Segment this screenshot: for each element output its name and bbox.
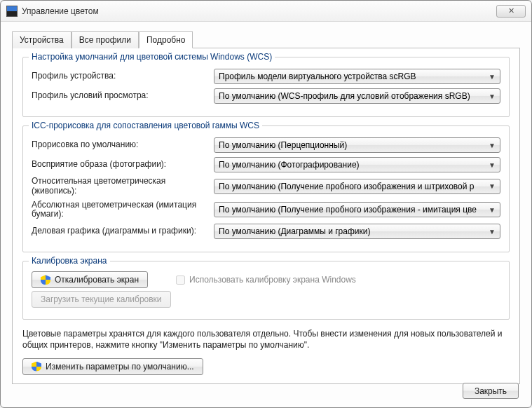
tab-strip: Устройства Все профили Подробно	[12, 30, 520, 48]
calibrate-display-label: Откалибровать экран	[55, 275, 139, 285]
chevron-down-icon: ▼	[484, 93, 496, 100]
chevron-down-icon: ▼	[484, 142, 496, 149]
close-button[interactable]: Закрыть	[463, 383, 519, 399]
shield-icon	[41, 275, 50, 285]
relcol-value: По умолчанию (Получение пробного изображ…	[219, 182, 484, 191]
device-profile-value: Профиль модели виртуального устройства s…	[219, 72, 484, 81]
viewing-profile-dropdown[interactable]: По умолчанию (WCS-профиль для условий от…	[214, 88, 500, 104]
relcol-label: Относительная цветометрическая (живопись…	[32, 177, 207, 196]
change-defaults-label: Изменить параметры по умолчанию...	[46, 362, 194, 372]
chevron-down-icon: ▼	[484, 182, 496, 190]
perceptual-value: По умолчанию (Фотографирование)	[219, 160, 484, 170]
load-current-calibrations-button: Загрузить текущие калибровки	[32, 291, 171, 308]
chevron-down-icon: ▼	[484, 206, 496, 214]
business-dropdown[interactable]: По умолчанию (Диаграммы и графики) ▼	[214, 224, 500, 239]
shield-icon	[32, 362, 41, 372]
calibrate-display-button[interactable]: Откалибровать экран	[32, 271, 148, 288]
window-title: Управление цветом	[22, 6, 496, 16]
use-windows-calibration-checkbox[interactable]: Использовать калибровку экрана Windows	[176, 275, 356, 285]
abscol-dropdown[interactable]: По умолчанию (Получение пробного изображ…	[214, 202, 500, 217]
icc-rendering-group: ICC-прорисовка для сопоставления цветово…	[22, 125, 510, 252]
tab-advanced[interactable]: Подробно	[139, 31, 193, 48]
chevron-down-icon: ▼	[484, 228, 496, 236]
abscol-label: Абсолютная цветометрическая (имитация бу…	[32, 200, 207, 220]
default-intent-label: Прорисовка по умолчанию:	[32, 140, 207, 150]
close-button-label: Закрыть	[475, 386, 507, 396]
use-windows-calibration-label: Использовать калибровку экрана Windows	[189, 275, 356, 285]
chevron-down-icon: ▼	[484, 73, 496, 81]
chevron-down-icon: ▼	[484, 161, 496, 169]
calibration-legend: Калибровка экрана	[29, 256, 110, 266]
perceptual-label: Восприятие образа (фотографии):	[32, 160, 207, 170]
use-windows-calibration-input[interactable]	[176, 276, 185, 285]
tab-devices[interactable]: Устройства	[12, 31, 71, 48]
default-intent-value: По умолчанию (Перцепционный)	[219, 140, 484, 150]
icc-rendering-legend: ICC-прорисовка для сопоставления цветово…	[29, 121, 262, 130]
business-label: Деловая графика (диаграммы и графики):	[32, 226, 207, 236]
calibration-group: Калибровка экрана Откалибровать экран Ис…	[22, 261, 510, 320]
color-management-window: Управление цветом ✕ Устройства Все профи…	[0, 0, 532, 408]
load-current-calibrations-label: Загрузить текущие калибровки	[41, 294, 162, 304]
advanced-panel: Настройка умолчаний для цветовой системы…	[12, 48, 520, 384]
wcs-defaults-group: Настройка умолчаний для цветовой системы…	[22, 57, 510, 117]
content-area: Устройства Все профили Подробно Настройк…	[1, 22, 531, 391]
device-profile-dropdown[interactable]: Профиль модели виртуального устройства s…	[214, 69, 500, 84]
business-value: По умолчанию (Диаграммы и графики)	[219, 226, 484, 236]
dialog-buttons: Закрыть	[463, 383, 519, 399]
close-window-button[interactable]: ✕	[496, 5, 526, 18]
app-icon	[6, 6, 18, 17]
viewing-profile-label: Профиль условий просмотра:	[32, 91, 207, 101]
tab-all-profiles[interactable]: Все профили	[71, 31, 139, 48]
viewing-profile-value: По умолчанию (WCS-профиль для условий от…	[219, 91, 484, 101]
default-intent-dropdown[interactable]: По умолчанию (Перцепционный) ▼	[214, 137, 500, 153]
abscol-value: По умолчанию (Получение пробного изображ…	[219, 205, 484, 215]
change-defaults-button[interactable]: Изменить параметры по умолчанию...	[22, 358, 203, 375]
device-profile-label: Профиль устройства:	[32, 72, 207, 81]
wcs-defaults-legend: Настройка умолчаний для цветовой системы…	[29, 52, 275, 62]
perceptual-dropdown[interactable]: По умолчанию (Фотографирование) ▼	[214, 157, 500, 172]
relcol-dropdown[interactable]: По умолчанию (Получение пробного изображ…	[214, 179, 500, 194]
info-text: Цветовые параметры хранятся для каждого …	[22, 328, 510, 351]
titlebar: Управление цветом ✕	[1, 1, 531, 22]
